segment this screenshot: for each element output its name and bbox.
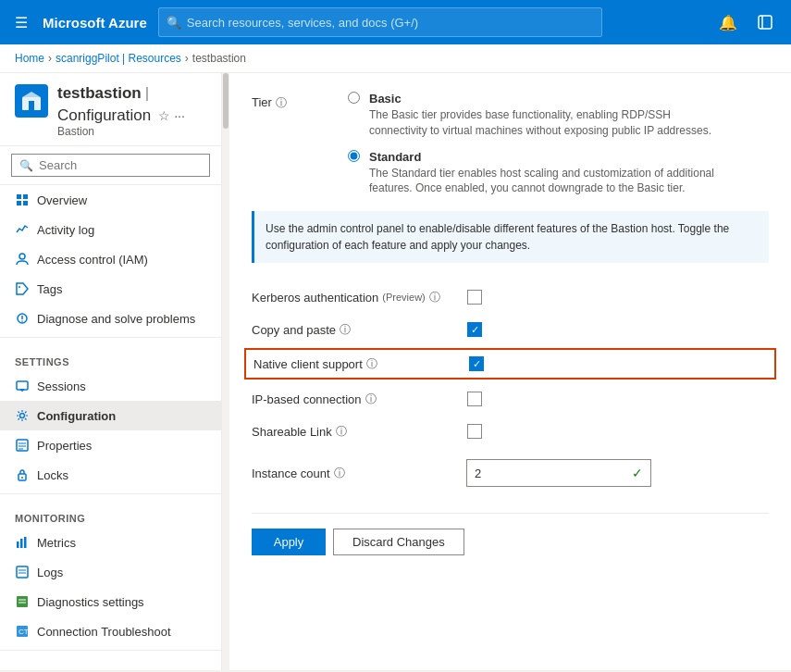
ip-based-checkbox[interactable] [467,392,482,406]
breadcrumb-home[interactable]: Home [15,52,44,65]
sessions-label: Sessions [37,380,86,393]
diagnostics-icon [15,594,30,609]
sidebar-search-input[interactable] [39,158,202,172]
feature-native-client-row: Native client support ⓘ [244,348,776,380]
account-settings-button[interactable] [750,7,780,37]
svg-rect-4 [29,101,34,110]
access-control-label: Access control (IAM) [37,253,148,267]
sidebar-item-locks[interactable]: Locks [0,460,221,490]
tier-standard-radio[interactable] [348,150,360,162]
sidebar-item-metrics[interactable]: Metrics [0,528,221,557]
svg-text:CT: CT [19,628,29,636]
tier-standard-option: Standard The Standard tier enables host … [348,150,721,197]
breadcrumb-resource-group[interactable]: scanriggPilot | Resources [56,52,181,65]
svg-rect-6 [23,194,28,199]
notifications-button[interactable]: 🔔 [713,7,743,37]
sidebar-item-diagnose[interactable]: Diagnose and solve problems [0,304,221,333]
more-actions-icon[interactable]: ··· [174,108,185,123]
metrics-icon [15,535,30,550]
global-search-box[interactable]: 🔍 [158,7,602,37]
copy-paste-info-icon[interactable]: ⓘ [340,322,351,338]
svg-point-17 [20,414,25,418]
svg-rect-8 [23,201,28,205]
overview-icon [15,193,30,207]
sidebar-item-configuration[interactable]: Configuration [0,401,221,430]
ip-based-checkbox-wrapper[interactable] [466,391,483,407]
resource-page: Configuration [57,106,151,125]
activity-log-label: Activity log [37,223,94,237]
sidebar-item-sessions[interactable]: Sessions [0,371,221,401]
locks-icon [15,467,30,482]
sidebar-search-box: 🔍 [11,154,210,177]
scrollbar-track[interactable] [222,73,229,670]
instance-count-row: Instance count ⓘ 2 ✓ [252,452,769,494]
azure-logo-title: Microsoft Azure [43,15,147,31]
discard-button[interactable]: Discard Changes [333,529,464,555]
copy-paste-checkbox-wrapper[interactable] [466,321,483,338]
shareable-link-checkbox-wrapper[interactable] [466,423,483,440]
topbar-icons: 🔔 [713,7,780,37]
tier-basic-label: Basic [369,92,721,106]
troubleshoot-icon: CT [15,624,30,639]
sidebar-item-access-control[interactable]: Access control (IAM) [0,244,221,274]
properties-label: Properties [37,439,92,453]
shareable-link-checkbox[interactable] [467,424,482,439]
resource-separator: | [145,84,149,103]
svg-rect-14 [17,381,28,390]
feature-shareable-link-label: Shareable Link ⓘ [252,424,455,440]
monitoring-section-header: Monitoring [0,498,221,528]
feature-ip-based-label: IP-based connection ⓘ [252,392,455,407]
kerberos-checkbox[interactable] [467,290,482,305]
resource-type: Bastion [57,125,206,138]
metrics-label: Metrics [37,536,76,550]
locks-label: Locks [37,468,68,482]
topbar: ☰ Microsoft Azure 🔍 🔔 [0,0,791,44]
feature-ip-based-row: IP-based connection ⓘ [252,383,769,416]
instance-count-value: 2 [475,467,481,480]
sidebar-item-connection-troubleshoot[interactable]: CT Connection Troubleshoot [0,616,221,646]
instance-count-check-icon: ✓ [632,466,643,480]
config-icon [15,408,30,423]
instance-count-select[interactable]: 2 ✓ [466,459,651,487]
hamburger-menu[interactable]: ☰ [11,10,31,35]
ip-based-info-icon[interactable]: ⓘ [365,392,377,407]
tags-label: Tags [37,282,62,296]
native-client-checkbox-wrapper[interactable] [468,355,485,372]
logs-label: Logs [37,566,63,579]
activity-icon [15,222,30,237]
sidebar-item-overview[interactable]: Overview [0,185,221,215]
tier-basic-radio[interactable] [348,92,360,104]
sidebar-search-container: 🔍 [0,146,221,185]
tier-info-icon[interactable]: ⓘ [276,95,287,111]
tier-basic-desc: The Basic tier provides base functionali… [369,107,721,139]
instance-count-info-icon[interactable]: ⓘ [334,466,345,481]
global-search-input[interactable] [187,16,594,30]
apply-button[interactable]: Apply [252,529,326,555]
scrollbar-thumb[interactable] [223,73,229,129]
diagnose-icon [15,311,30,326]
sidebar-item-activity-log[interactable]: Activity log [0,215,221,244]
svg-rect-25 [20,539,23,548]
feature-native-client-label: Native client support ⓘ [253,356,457,372]
main-layout: testbastion | Configuration ☆ ··· Bastio… [0,73,791,670]
automation-section-header: Automation [0,654,221,670]
tier-standard-desc: The Standard tier enables host scaling a… [369,166,721,197]
favorite-icon[interactable]: ☆ [158,108,170,123]
copy-paste-checkbox[interactable] [467,322,482,337]
breadcrumb: Home › scanriggPilot | Resources › testb… [0,44,791,73]
kerberos-checkbox-wrapper[interactable] [466,289,483,305]
sidebar-item-properties[interactable]: Properties [0,430,221,460]
search-icon: 🔍 [167,16,181,30]
svg-rect-7 [17,201,21,205]
sidebar-item-diagnostics[interactable]: Diagnostics settings [0,587,221,616]
native-client-info-icon[interactable]: ⓘ [366,356,377,372]
action-bar: Apply Discard Changes [252,513,769,570]
kerberos-info-icon[interactable]: ⓘ [429,290,440,305]
breadcrumb-current: testbastion [192,52,246,65]
diagnose-label: Diagnose and solve problems [37,312,195,326]
svg-rect-24 [17,541,19,548]
sidebar-item-tags[interactable]: Tags [0,274,221,304]
sidebar-item-logs[interactable]: Logs [0,557,221,587]
shareable-link-info-icon[interactable]: ⓘ [336,424,347,440]
native-client-checkbox[interactable] [469,356,484,371]
